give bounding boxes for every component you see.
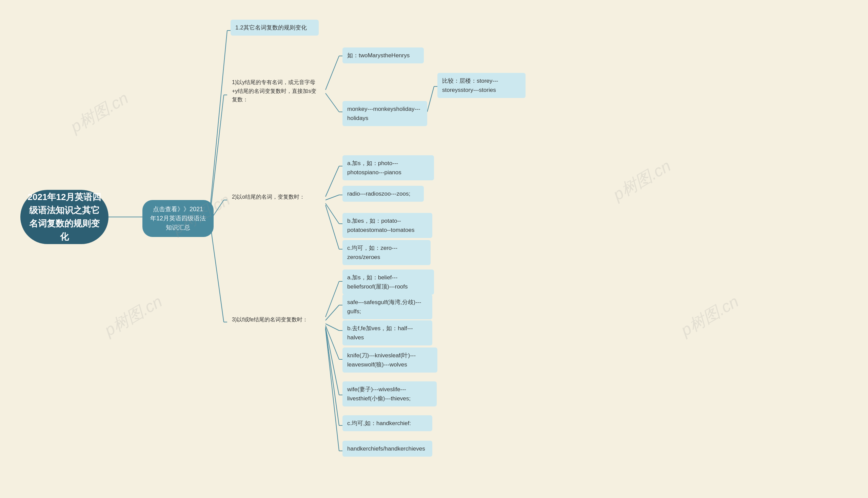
watermark-1: p树图.cn — [67, 88, 133, 138]
node3-label: 3)以f或fe结尾的名词变复数时： — [227, 312, 326, 327]
connector-node-text: 点击查看》》2021年12月英语四级语法知识汇总 — [150, 206, 206, 231]
node3b: safe---safesgulf(海湾,分歧)---gulfs; — [342, 294, 432, 319]
node2-label: 2)以o结尾的名词，变复数时： — [227, 189, 326, 205]
svg-line-1 — [210, 30, 227, 207]
watermark-5: p树图.cn — [677, 291, 743, 341]
svg-line-19 — [326, 204, 339, 224]
node1-label: 1)以y结尾的专有名词，或元音字母+y结尾的名词变复数时，直接加s变复数： — [227, 75, 326, 107]
node1-child2: monkey---monkeysholiday---holidays — [342, 101, 427, 126]
svg-line-17 — [326, 195, 339, 200]
svg-line-13 — [427, 87, 434, 112]
svg-line-35 — [326, 329, 339, 451]
svg-line-29 — [326, 326, 339, 359]
node2b: radio---radioszoo---zoos; — [342, 186, 424, 202]
node2c: b.加es，如：potato--potatoestomato--tomatoes — [342, 213, 432, 238]
svg-line-21 — [326, 205, 339, 249]
node3a: a.加s，如：belief---beliefsroof(屋顶)---roofs — [342, 270, 434, 294]
svg-line-9 — [326, 56, 339, 90]
node3d: knife(刀)---knivesleaf(叶)---leaveswolf(狼)… — [342, 348, 437, 372]
node2a: a.加s，如：photo---photospiano---pianos — [342, 155, 434, 180]
node3f: c.均可,如：handkerchief: — [342, 415, 432, 431]
watermark-4: p树图.cn — [609, 155, 675, 206]
svg-line-3 — [210, 95, 224, 213]
svg-line-25 — [326, 305, 339, 320]
node2d: c.均可，如：zero---zeros/zeroes — [342, 240, 431, 265]
node1-compare: 比较：层楼：storey---storeysstory---stories — [437, 73, 526, 98]
node3g: handkerchiefs/handkerchieves — [342, 441, 432, 457]
top-node: 1.2其它名词复数的规则变化 — [231, 19, 319, 36]
svg-line-11 — [326, 93, 339, 112]
svg-line-23 — [326, 281, 339, 317]
svg-line-7 — [210, 224, 224, 322]
connector-lines — [0, 0, 868, 498]
node1-child1: 如：twoMarystheHenrys — [342, 48, 424, 63]
watermark-3: p树图.cn — [101, 291, 167, 341]
svg-line-31 — [326, 327, 339, 395]
node3c: b.去f,fe加ves，如：half---halves — [342, 320, 432, 345]
central-node-text: 2021年12月英语四级语法知识之其它名词复数的规则变化 — [27, 191, 102, 244]
svg-line-15 — [326, 166, 339, 197]
central-node[interactable]: 2021年12月英语四级语法知识之其它名词复数的规则变化 — [20, 190, 108, 244]
connector-node[interactable]: 点击查看》》2021年12月英语四级语法知识汇总 — [142, 200, 214, 237]
svg-line-27 — [326, 324, 339, 330]
svg-line-33 — [326, 328, 339, 425]
node3e: wife(妻子)---wiveslife---livesthief(小偷)---… — [342, 381, 437, 406]
